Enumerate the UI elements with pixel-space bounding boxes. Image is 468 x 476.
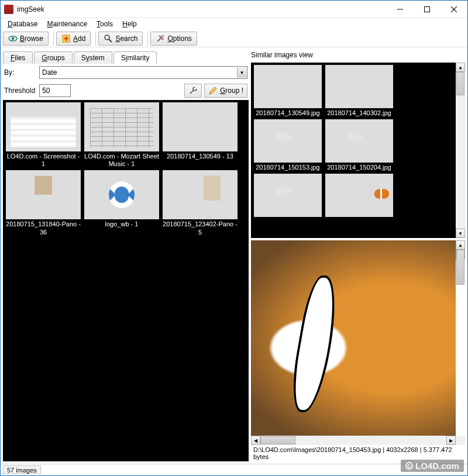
thumbnail-image — [163, 102, 238, 151]
thumbnail-caption: 20180714_130549.jpg — [256, 109, 320, 117]
thumbnail-image — [6, 170, 81, 219]
scroll-corner — [456, 436, 465, 445]
app-icon — [4, 5, 13, 14]
browse-button[interactable]: Browse — [3, 32, 49, 46]
app-window: imgSeek Database Maintenance Tools Help … — [0, 0, 468, 476]
thumbnail-item[interactable]: LO4D.com - Mozart Sheet Music - 1 — [84, 102, 160, 168]
search-icon — [104, 34, 113, 43]
menubar: Database Maintenance Tools Help — [1, 18, 467, 30]
search-label: earch — [120, 35, 137, 43]
tools-icon — [156, 34, 165, 43]
scroll-left-icon[interactable]: ◀ — [251, 436, 260, 445]
options-button[interactable]: Options — [150, 32, 197, 46]
scroll-right-icon[interactable]: ▶ — [446, 436, 456, 445]
maximize-button[interactable] — [414, 1, 441, 18]
by-value: Date — [42, 68, 57, 77]
chevron-down-icon: ▼ — [237, 67, 246, 78]
left-thumbnail-area[interactable]: LO4D.com - Screenshot - 1LO4D.com - Moza… — [3, 100, 249, 461]
thumbnail-caption: LO4D.com - Mozart Sheet Music - 1 — [84, 153, 160, 168]
thumbnail-image — [325, 174, 393, 217]
thumbnail-image — [325, 119, 393, 163]
preview-panel: ▲ ▼ ◀ ▶ D:\LO4D.com\Images\20180714_1504… — [251, 240, 465, 461]
preview-horizontal-scrollbar[interactable]: ◀ ▶ — [251, 436, 456, 445]
by-combobox[interactable]: Date ▼ — [39, 66, 247, 79]
pencil-icon — [208, 86, 218, 95]
scrollbar-thumb[interactable] — [456, 72, 464, 95]
thumbnail-image — [163, 170, 238, 219]
preview-image[interactable] — [251, 240, 456, 436]
toolbar-divider — [53, 32, 54, 46]
tab-files[interactable]: Files — [3, 51, 33, 64]
tab-groups[interactable]: Groups — [34, 51, 72, 64]
thumbnail-image — [254, 65, 322, 108]
tab-similarity[interactable]: Similarity — [113, 51, 157, 64]
thumbnail-item[interactable]: 20180715_123402-Pano - 5 — [162, 170, 238, 236]
thumbnail-item[interactable]: logo_wb - 1 — [84, 170, 160, 236]
thumbnail-caption: LO4D.com - Screenshot - 1 — [5, 153, 81, 168]
scroll-down-icon[interactable]: ▼ — [456, 229, 465, 238]
close-button[interactable] — [441, 1, 467, 18]
group-label: roup ! — [225, 87, 243, 95]
thumbnail-image — [254, 174, 322, 217]
thumbnail-item[interactable]: 20180714_140302.jpg — [325, 65, 394, 117]
svg-point-2 — [12, 37, 14, 39]
status-image-count: 57 images — [3, 465, 41, 474]
similar-thumbnail-area[interactable]: 20180714_130549.jpg20180714_140302.jpg20… — [251, 63, 456, 238]
minimize-button[interactable] — [387, 1, 414, 18]
left-column: Files Groups System Similarity By: Date … — [3, 50, 249, 461]
wrench-icon — [188, 86, 198, 95]
similar-images-panel: 20180714_130549.jpg20180714_140302.jpg20… — [251, 63, 465, 238]
by-label: By: — [4, 68, 37, 77]
add-button[interactable]: Add — [56, 32, 91, 46]
add-label: dd — [78, 35, 85, 43]
thumbnail-caption: 20180714_150204.jpg — [327, 164, 391, 171]
thumbnail-item[interactable] — [253, 174, 322, 218]
thumbnail-image — [84, 170, 159, 219]
eye-icon — [8, 34, 18, 43]
threshold-label: Threshold — [4, 87, 37, 95]
threshold-input[interactable] — [39, 84, 71, 97]
menu-database[interactable]: Database — [3, 19, 42, 29]
toolbar-divider — [147, 32, 148, 46]
svg-point-4 — [105, 35, 109, 40]
similar-vertical-scrollbar[interactable]: ▲ ▼ — [456, 63, 465, 238]
by-row: By: Date ▼ — [3, 64, 249, 81]
tab-system[interactable]: System — [74, 51, 112, 64]
thumbnail-item[interactable]: 20180715_131840-Pano - 36 — [5, 170, 81, 236]
thumbnail-item[interactable]: 20180714_130549.jpg — [253, 65, 322, 117]
thumbnail-image — [325, 65, 393, 108]
scrollbar-thumb[interactable] — [456, 250, 464, 285]
thumbnail-item[interactable] — [325, 174, 394, 218]
scrollbar-thumb[interactable] — [260, 436, 295, 444]
threshold-settings-button[interactable] — [184, 84, 202, 98]
add-icon — [61, 34, 71, 43]
window-title: imgSeek — [17, 5, 387, 13]
preview-status: D:\LO4D.com\Images\20180714_150453.jpg |… — [251, 445, 465, 461]
search-button[interactable]: Search — [98, 32, 143, 46]
thumbnail-image — [6, 102, 81, 151]
group-button[interactable]: Group ! — [204, 84, 247, 98]
thumbnail-item[interactable]: 20180714_150153.jpg — [253, 119, 322, 171]
thumbnail-item[interactable]: LO4D.com - Screenshot - 1 — [5, 102, 81, 168]
toolbar: Browse Add Search Options — [1, 30, 467, 47]
statusbar: 57 images — [1, 464, 467, 475]
scroll-up-icon[interactable]: ▲ — [456, 240, 465, 250]
titlebar: imgSeek — [1, 1, 467, 18]
options-label: ptions — [173, 35, 192, 43]
thumbnail-caption: 20180715_131840-Pano - 36 — [5, 220, 81, 236]
menu-maintenance[interactable]: Maintenance — [42, 19, 92, 29]
thumbnail-caption: logo_wb - 1 — [105, 220, 139, 228]
svg-rect-0 — [425, 7, 430, 12]
preview-vertical-scrollbar[interactable]: ▲ ▼ — [456, 240, 465, 436]
thumbnail-item[interactable]: 20180714_130549 - 13 — [162, 102, 238, 168]
similar-view-label: Similar images view — [251, 50, 465, 60]
thumbnail-item[interactable]: 20180714_150204.jpg — [325, 119, 394, 171]
thumbnail-image — [84, 102, 159, 151]
thumbnail-caption: 20180714_140302.jpg — [327, 109, 391, 117]
scroll-up-icon[interactable]: ▲ — [456, 63, 465, 72]
threshold-row: Threshold Group ! — [3, 81, 249, 100]
right-column: Similar images view 20180714_130549.jpg2… — [251, 50, 465, 461]
menu-help[interactable]: Help — [118, 19, 142, 29]
menu-tools[interactable]: Tools — [92, 19, 118, 29]
thumbnail-caption: 20180714_150153.jpg — [256, 164, 320, 171]
